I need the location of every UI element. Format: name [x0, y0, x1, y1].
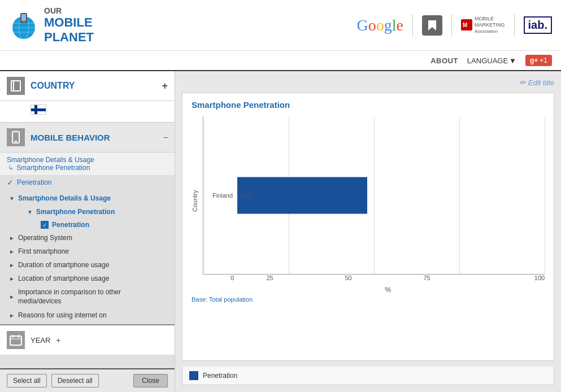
year-title: YEAR — [31, 336, 50, 345]
edit-title-row: ✏ Edit title — [182, 78, 554, 87]
iab-logo: iab. — [524, 16, 552, 34]
g1-button[interactable]: g+ +1 — [525, 55, 552, 66]
logo-our: OUR — [44, 6, 94, 15]
bar-value-finland: 38% — [240, 192, 252, 199]
finland-flag — [31, 104, 46, 115]
check-label: Penetration — [17, 178, 51, 186]
tree-label-smartphone-penetration: Smartphone Penetration — [36, 208, 115, 216]
chart-title: Smartphone Penetration — [192, 100, 545, 110]
svg-marker-8 — [428, 20, 436, 31]
tree-item-duration[interactable]: ► Duration of smartphone usage — [0, 258, 175, 272]
tree-label-reasons: Reasons for using internet on — [18, 311, 107, 319]
checkbox-penetration[interactable]: ✓ Penetration — [11, 219, 175, 231]
tree-item-first-smartphone[interactable]: ► First smartphone — [0, 245, 175, 258]
deselect-all-button[interactable]: Deselect all — [51, 374, 99, 387]
triangle-right-icon-reasons: ► — [9, 312, 15, 319]
language-nav[interactable]: LANGUAGE ▼ — [467, 56, 516, 65]
mobile-behavior-title: MOBILE BEHAVIOR — [31, 133, 158, 142]
triangle-right-icon-location: ► — [9, 276, 15, 282]
x-label-100: 100 — [466, 275, 545, 281]
tree-item-reasons[interactable]: ► Reasons for using internet on — [0, 308, 175, 322]
x-axis: 0 25 50 75 100 — [231, 275, 545, 281]
country-toggle[interactable]: + — [162, 80, 168, 92]
tree-item-importance[interactable]: ► Importance in comparison to othermedia… — [0, 285, 175, 308]
country-title: COUNTRY — [31, 81, 156, 91]
partner-logos: Google M MOBILEMARKETINGAssociation iab. — [357, 14, 552, 37]
checkbox-checked-icon: ✓ — [41, 221, 49, 229]
logo-mobile: MOBILE — [44, 15, 94, 30]
percent-label: % — [192, 286, 545, 294]
divider-2 — [451, 14, 452, 37]
x-label-75: 75 — [388, 275, 466, 281]
google-logo: Google — [357, 16, 403, 34]
tree-item-os[interactable]: ► Operating System — [0, 231, 175, 245]
select-all-button[interactable]: Select all — [7, 374, 47, 387]
sidebar-bottom-bar: Select all Deselect all Close — [0, 368, 175, 392]
logo-planet: PLANET — [44, 30, 94, 45]
tree-item-location[interactable]: ► Location of smartphone usage — [0, 272, 175, 285]
header-top: OUR MOBILE PLANET Google M MOBILEMARKETI… — [0, 0, 561, 51]
check-row: ✓ Penetration — [0, 176, 175, 189]
about-nav[interactable]: ABOUT — [430, 56, 458, 65]
edit-title-button[interactable]: ✏ Edit title — [519, 78, 554, 87]
base-info: Base: Total population — [192, 294, 545, 303]
tree-item-smartphone-details[interactable]: ▼ Smartphone Details & Usage — [0, 191, 175, 205]
legend-label-penetration: Penetration — [203, 372, 237, 380]
tree-section: ▼ Smartphone Details & Usage ▼ Smartphon… — [0, 189, 175, 324]
tree-sub-penetration: ▼ Smartphone Penetration ✓ Penetration — [0, 205, 175, 231]
mobile-behavior-header[interactable]: MOBILE BEHAVIOR − — [0, 123, 175, 153]
svg-text:M: M — [463, 22, 467, 28]
header-nav: ABOUT LANGUAGE ▼ g+ +1 — [0, 51, 561, 71]
logo-area: OUR MOBILE PLANET — [9, 6, 94, 45]
content-area: ✏ Edit title Smartphone Penetration Coun… — [175, 71, 561, 392]
tree-label-importance: Importance in comparison to othermedia/d… — [18, 288, 121, 306]
legend-area: Penetration — [182, 367, 554, 385]
pencil-icon: ✏ — [519, 78, 526, 87]
year-icon — [7, 331, 25, 349]
triangle-open-icon: ▼ — [9, 195, 15, 202]
country-section-header[interactable]: COUNTRY + — [0, 71, 175, 101]
svg-rect-11 — [11, 81, 20, 91]
triangle-right-icon-duration: ► — [9, 262, 15, 268]
svg-rect-6 — [21, 14, 26, 21]
breadcrumb-line1[interactable]: Smartphone Details & Usage — [7, 156, 168, 164]
breadcrumb-line2[interactable]: ↳ Smartphone Penetration — [7, 164, 168, 172]
mobile-behavior-toggle[interactable]: − — [163, 133, 168, 142]
main-layout: COUNTRY + MOBILE BEHAVIOR − — [0, 71, 561, 392]
legend-color-penetration — [189, 371, 198, 380]
mobile-behavior-icon — [7, 128, 25, 146]
tree-label-location: Location of smartphone usage — [18, 275, 109, 282]
sidebar-scroll: COUNTRY + MOBILE BEHAVIOR − — [0, 71, 175, 368]
globe-icon — [9, 11, 38, 40]
chevron-down-icon: ▼ — [509, 56, 516, 65]
flag-area — [0, 101, 175, 123]
close-button[interactable]: Close — [133, 374, 168, 387]
triangle-right-icon-os: ► — [9, 235, 15, 241]
sidebar: COUNTRY + MOBILE BEHAVIOR − — [0, 71, 175, 392]
tree-item-smartphone-penetration[interactable]: ▼ Smartphone Penetration — [11, 205, 175, 219]
tree-label-os: Operating System — [18, 234, 72, 242]
logo-text: OUR MOBILE PLANET — [44, 6, 94, 45]
grid-line-100 — [545, 116, 545, 274]
breadcrumb-area: Smartphone Details & Usage ↳ Smartphone … — [0, 153, 175, 176]
g1-icon: g+ — [530, 56, 538, 64]
bar-fill-finland: 38% — [237, 177, 367, 214]
mma-logo: M MOBILEMARKETINGAssociation — [461, 16, 505, 34]
year-section-header[interactable]: YEAR + — [0, 324, 175, 355]
bookmark-icon — [422, 15, 442, 36]
divider-1 — [412, 14, 413, 37]
svg-rect-15 — [10, 336, 21, 345]
x-label-25: 25 — [231, 275, 309, 281]
tree-label-smartphone-details: Smartphone Details & Usage — [18, 194, 111, 202]
divider-3 — [514, 14, 515, 37]
y-axis-label: Country — [192, 116, 198, 275]
country-icon — [7, 77, 25, 95]
checkmark-icon: ✓ — [7, 178, 14, 187]
year-toggle[interactable]: + — [56, 336, 60, 345]
tree-label-first-smartphone: First smartphone — [18, 247, 69, 255]
triangle-right-icon-importance: ► — [9, 294, 15, 300]
triangle-right-icon-first: ► — [9, 249, 15, 255]
checkbox-penetration-label: Penetration — [52, 221, 89, 229]
x-label-50: 50 — [309, 275, 388, 281]
triangle-open-icon-2: ▼ — [27, 209, 33, 215]
